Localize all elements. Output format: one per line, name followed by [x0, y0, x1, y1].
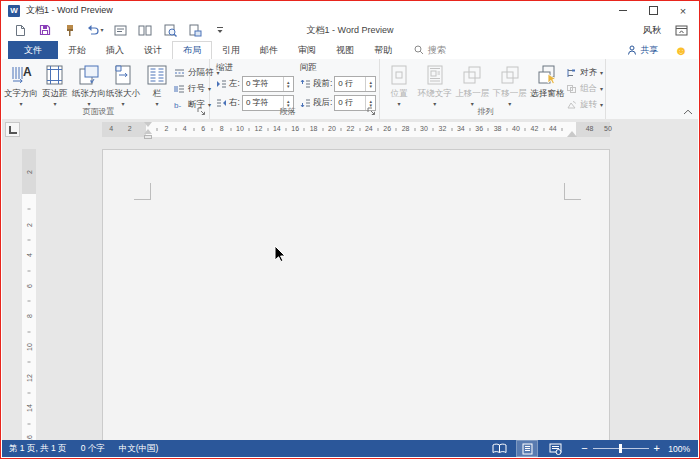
- web-layout-button[interactable]: [545, 441, 565, 456]
- line-numbers-icon: [174, 84, 185, 94]
- tab-stop-selector[interactable]: [5, 122, 20, 137]
- user-name[interactable]: 风秋: [643, 24, 661, 37]
- print-preview-icon[interactable]: [160, 21, 180, 39]
- ribbon-tab[interactable]: 视图: [326, 41, 364, 59]
- ruler-number: 44: [549, 125, 557, 132]
- ribbon-tab[interactable]: 审阅: [288, 41, 326, 59]
- columns-icon: [145, 63, 169, 87]
- share-page-icon[interactable]: [185, 21, 205, 39]
- first-line-indent-marker[interactable]: [144, 122, 152, 127]
- zoom-slider[interactable]: [593, 443, 649, 454]
- undo-icon[interactable]: ▾: [85, 21, 105, 39]
- paragraph-dialog-launcher[interactable]: [367, 107, 376, 116]
- zoom-out-button[interactable]: −: [581, 443, 587, 454]
- account-area: 风秋: [643, 24, 698, 37]
- send-backward-icon: [498, 63, 522, 87]
- ruler-tick: [506, 128, 507, 131]
- search-box[interactable]: 搜索: [414, 41, 446, 59]
- space-before-icon: [300, 79, 311, 89]
- dropdown-icon: ▾: [600, 86, 603, 92]
- zoom-level[interactable]: 100%: [668, 444, 690, 454]
- close-button[interactable]: ×: [668, 3, 698, 19]
- spinner[interactable]: ▴▾: [365, 77, 375, 91]
- orientation-button[interactable]: 纸张方向▾: [72, 62, 106, 108]
- new-document-icon[interactable]: [10, 21, 30, 39]
- ruler-tick: [28, 392, 31, 393]
- feedback-smiley-icon[interactable]: ☻: [674, 44, 688, 57]
- ruler-tick: [249, 128, 250, 131]
- window-title: 文档1 - Word Preview: [26, 4, 113, 17]
- ruler-number: 30: [420, 125, 428, 132]
- collapse-ribbon-button[interactable]: [683, 109, 693, 115]
- zoom-slider-handle[interactable]: [619, 444, 622, 453]
- ruler-tick: [28, 270, 31, 271]
- minimize-button[interactable]: [608, 3, 638, 19]
- share-label: 共享: [640, 44, 658, 57]
- hanging-indent-marker[interactable]: [144, 129, 152, 134]
- group-button[interactable]: 组合▾: [566, 83, 603, 95]
- ruler-number: 10: [236, 125, 244, 132]
- ruler-tick: [562, 128, 563, 131]
- dropdown-icon: ▾: [600, 70, 603, 76]
- send-backward-button[interactable]: 下移一层▾: [491, 62, 529, 108]
- size-icon: [111, 63, 135, 87]
- ribbon-tab[interactable]: 插入: [96, 41, 134, 59]
- size-button[interactable]: 纸张大小▾: [106, 62, 140, 108]
- maximize-button[interactable]: [638, 3, 668, 19]
- language-status[interactable]: 中文(中国): [119, 443, 159, 455]
- two-page-view-icon[interactable]: [135, 21, 155, 39]
- margins-button[interactable]: 页边距▾: [38, 62, 72, 108]
- align-icon: [566, 68, 577, 78]
- ruler-number: 50: [604, 125, 612, 132]
- read-mode-button[interactable]: [489, 441, 509, 456]
- save-icon[interactable]: [35, 21, 55, 39]
- page-info[interactable]: 第 1 页, 共 1 页: [9, 443, 67, 455]
- ruler-tick: [451, 128, 452, 131]
- wrap-text-button[interactable]: 环绕文字▾: [416, 62, 454, 108]
- ribbon-display-options-icon[interactable]: [675, 25, 688, 36]
- ruler-number: 40: [512, 125, 520, 132]
- bring-forward-button[interactable]: 上移一层▾: [454, 62, 492, 108]
- ribbon-tab[interactable]: 引用: [212, 41, 250, 59]
- indent-left-input[interactable]: 0 字符 ▴▾: [242, 76, 294, 92]
- svg-text:A: A: [23, 65, 32, 79]
- ribbon-tab[interactable]: 开始: [58, 41, 96, 59]
- position-button[interactable]: 位置▾: [382, 62, 416, 108]
- page-setup-dialog-launcher[interactable]: [197, 107, 206, 116]
- space-before-input[interactable]: 0 行 ▴▾: [334, 76, 376, 92]
- ribbon-tab[interactable]: 设计: [134, 41, 172, 59]
- share-button[interactable]: 共享: [627, 44, 658, 57]
- tab-file[interactable]: 文件: [8, 41, 58, 59]
- ribbon-tab[interactable]: 邮件: [250, 41, 288, 59]
- vertical-ruler: 2246810121416: [22, 149, 36, 442]
- horizontal-ruler: 4224681012141618202224262830323436384042…: [102, 122, 610, 137]
- print-layout-button[interactable]: [517, 441, 537, 456]
- align-button[interactable]: 对齐▾: [566, 67, 603, 79]
- search-placeholder: 搜索: [428, 44, 446, 57]
- document-page[interactable]: [102, 149, 610, 442]
- undo-dropdown-icon[interactable]: ▾: [100, 27, 103, 33]
- format-painter-icon[interactable]: [60, 21, 80, 39]
- ruler-tick: [28, 301, 31, 302]
- group-label-arrange: 排列: [380, 106, 591, 117]
- selection-pane-button[interactable]: 选择窗格: [529, 62, 567, 101]
- spinner[interactable]: ▴▾: [283, 77, 293, 91]
- quick-access-row: ▾ 文档1 - Word Preview 风秋: [2, 19, 698, 41]
- columns-button[interactable]: 栏▾: [140, 62, 174, 108]
- ribbon-tab[interactable]: 帮助: [364, 41, 402, 59]
- ruler-tick: [543, 128, 544, 131]
- text-direction-button[interactable]: A 文字方向▾: [4, 62, 38, 108]
- document-properties-icon[interactable]: [110, 21, 130, 39]
- ruler-tick: [525, 128, 526, 131]
- right-indent-marker[interactable]: [567, 131, 577, 137]
- customize-qat-icon[interactable]: [210, 21, 230, 39]
- group-arrange: 位置▾ 环绕文字▾ 上移一层▾ 下移一层▾ 选择窗格: [380, 59, 606, 119]
- word-count[interactable]: 0 个字: [81, 443, 105, 455]
- left-indent-marker[interactable]: [144, 135, 152, 139]
- ruler-tick: [28, 209, 31, 210]
- indent-title: 缩进: [216, 62, 294, 74]
- ruler-tick: [378, 128, 379, 131]
- zoom-in-button[interactable]: +: [654, 443, 660, 454]
- ribbon-tab[interactable]: 布局: [172, 41, 212, 59]
- mouse-cursor: [274, 245, 286, 263]
